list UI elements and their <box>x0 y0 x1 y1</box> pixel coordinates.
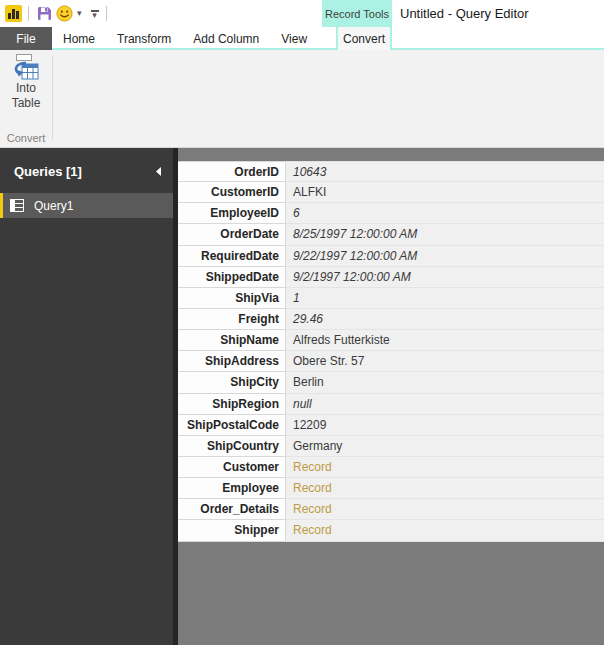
tab-transform[interactable]: Transform <box>106 27 182 50</box>
into-table-label-line1: Into <box>16 81 36 96</box>
field-name-cell: ShipCity <box>178 372 286 393</box>
field-name-cell: CustomerID <box>178 182 286 203</box>
field-value-cell: 6 <box>286 203 604 224</box>
field-name-cell: ShipAddress <box>178 351 286 372</box>
record-link[interactable]: Record <box>293 460 332 474</box>
into-table-icon <box>12 53 40 81</box>
record-field-row: ShipCityBerlin <box>178 372 604 393</box>
record-field-row: EmployeeRecord <box>178 478 604 499</box>
toolbar-separator <box>106 6 107 21</box>
field-value-cell: null <box>286 394 604 415</box>
ribbon: Into Table Convert <box>0 50 604 148</box>
field-value-text: 10643 <box>293 165 326 179</box>
record-field-row: ShipRegionnull <box>178 394 604 415</box>
field-value-cell: Obere Str. 57 <box>286 351 604 372</box>
table-icon <box>10 199 24 212</box>
record-field-row: ShipCountryGermany <box>178 436 604 457</box>
field-value-cell: 8/25/1997 12:00:00 AM <box>286 224 604 245</box>
field-name-cell: OrderDate <box>178 224 286 245</box>
record-link[interactable]: Record <box>293 523 332 537</box>
record-field-row: Freight29.46 <box>178 309 604 330</box>
record-field-row: EmployeeID6 <box>178 203 604 224</box>
field-value-cell: 9/22/1997 12:00:00 AM <box>286 246 604 267</box>
feedback-button[interactable]: ▾ <box>56 5 82 22</box>
record-field-row: ShipVia1 <box>178 288 604 309</box>
tab-view[interactable]: View <box>270 27 318 50</box>
field-value-cell: 9/2/1997 12:00:00 AM <box>286 267 604 288</box>
record-view: OrderID10643CustomerIDALFKIEmployeeID6Or… <box>178 148 604 645</box>
record-field-row: CustomerIDALFKI <box>178 182 604 203</box>
field-value-cell: Alfreds Futterkiste <box>286 330 604 351</box>
field-value-text: 12209 <box>293 418 326 432</box>
field-name-cell: Freight <box>178 309 286 330</box>
record-field-row: CustomerRecord <box>178 457 604 478</box>
customize-toolbar-icon[interactable]: ▾ <box>90 10 100 18</box>
field-name-cell: OrderID <box>178 161 286 182</box>
record-field-row: ShipNameAlfreds Futterkiste <box>178 330 604 351</box>
powerbi-logo-icon <box>5 5 22 22</box>
field-value-cell: Record <box>286 520 604 541</box>
title-bar: ▾ ▾ Record Tools Untitled - Query Editor <box>0 0 604 27</box>
save-button[interactable] <box>37 6 52 21</box>
record-link[interactable]: Record <box>293 481 332 495</box>
queries-header: Queries [1] <box>0 148 173 179</box>
tab-convert[interactable]: Convert <box>336 27 392 50</box>
tab-add-column[interactable]: Add Column <box>182 27 270 50</box>
smiley-icon <box>56 5 73 22</box>
record-tools-contextual-header: Record Tools <box>322 0 392 27</box>
record-field-row: ShipPostalCode12209 <box>178 415 604 436</box>
field-value-text: null <box>293 397 312 411</box>
field-value-text: 8/25/1997 12:00:00 AM <box>293 227 417 241</box>
field-name-cell: ShipName <box>178 330 286 351</box>
field-value-cell: 29.46 <box>286 309 604 330</box>
collapse-left-icon[interactable] <box>152 166 164 178</box>
convert-group: Into Table Convert <box>0 50 52 147</box>
into-table-label-line2: Table <box>12 96 41 111</box>
field-name-cell: Employee <box>178 478 286 499</box>
field-value-cell: Record <box>286 478 604 499</box>
record-field-row: ShipAddressObere Str. 57 <box>178 351 604 372</box>
field-value-text: 9/22/1997 12:00:00 AM <box>293 249 417 263</box>
save-icon <box>37 6 52 21</box>
field-value-text: 6 <box>293 206 300 220</box>
field-value-text: Berlin <box>293 375 324 389</box>
record-link[interactable]: Record <box>293 502 332 516</box>
field-value-cell: ALFKI <box>286 182 604 203</box>
record-field-row: OrderID10643 <box>178 161 604 182</box>
field-value-text: 1 <box>293 291 300 305</box>
tab-list: HomeTransformAdd ColumnView <box>52 27 318 50</box>
field-name-cell: Shipper <box>178 520 286 541</box>
field-value-cell: 10643 <box>286 161 604 182</box>
field-value-text: Germany <box>293 439 342 453</box>
field-value-cell: Record <box>286 499 604 520</box>
sidebar-item-query1[interactable]: Query1 <box>0 193 173 218</box>
queries-header-label: Queries [1] <box>14 164 82 179</box>
field-value-cell: 1 <box>286 288 604 309</box>
window-title: Untitled - Query Editor <box>400 0 529 27</box>
field-value-text: 29.46 <box>293 312 323 326</box>
into-table-button[interactable]: Into Table <box>2 53 50 129</box>
convert-group-label: Convert <box>0 132 52 144</box>
field-value-cell: Berlin <box>286 372 604 393</box>
group-divider <box>52 56 53 139</box>
tab-home[interactable]: Home <box>52 27 106 50</box>
field-name-cell: ShipVia <box>178 288 286 309</box>
record-field-row: OrderDate8/25/1997 12:00:00 AM <box>178 224 604 245</box>
queries-sidebar: Queries [1] Query1 <box>0 148 173 645</box>
record-field-row: Order_DetailsRecord <box>178 499 604 520</box>
field-name-cell: ShipRegion <box>178 394 286 415</box>
field-value-text: Alfreds Futterkiste <box>293 333 390 347</box>
ribbon-tab-strip: File HomeTransformAdd ColumnView Convert <box>0 27 604 50</box>
field-name-cell: ShipPostalCode <box>178 415 286 436</box>
field-value-text: 9/2/1997 12:00:00 AM <box>293 270 411 284</box>
field-name-cell: ShipCountry <box>178 436 286 457</box>
record-table: OrderID10643CustomerIDALFKIEmployeeID6Or… <box>178 161 604 542</box>
tab-file[interactable]: File <box>0 27 52 50</box>
field-name-cell: RequiredDate <box>178 246 286 267</box>
field-name-cell: Order_Details <box>178 499 286 520</box>
chevron-down-icon[interactable]: ▾ <box>77 9 82 18</box>
editor-body: Queries [1] Query1 OrderID10643CustomerI… <box>0 148 604 645</box>
field-value-cell: Record <box>286 457 604 478</box>
sidebar-item-label: Query1 <box>34 199 73 213</box>
field-value-cell: Germany <box>286 436 604 457</box>
